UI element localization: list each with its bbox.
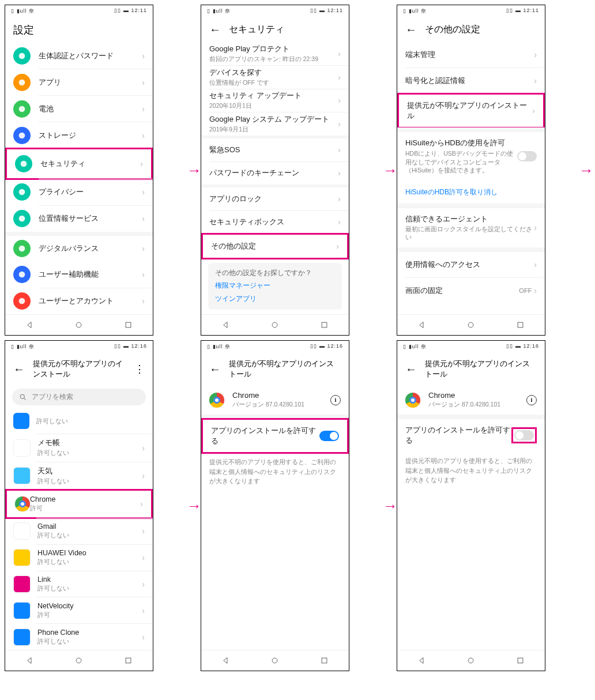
app-row[interactable]: NetVelocity許可 ›	[5, 597, 153, 623]
allow-install-row[interactable]: アプリのインストールを許可する	[203, 420, 347, 452]
settings-row-2[interactable]: 電池 ›	[5, 96, 153, 122]
nav-home-icon[interactable]	[270, 656, 279, 665]
security-row[interactable]: その他の設定 ›	[203, 235, 347, 258]
chevron-right-icon: ›	[338, 119, 341, 129]
page-title: 提供元が不明なアプリのインストール	[229, 359, 341, 379]
nav-recent-icon[interactable]	[320, 321, 329, 329]
hisuite-toggle[interactable]	[517, 151, 537, 161]
settings-row-8[interactable]: ユーザー補助機能 ›	[5, 262, 153, 288]
app-row[interactable]: Chrome許可 ›	[7, 491, 151, 517]
info-icon[interactable]: i	[330, 395, 341, 405]
search-icon	[19, 393, 27, 401]
suggestion-card: その他の設定をお探しですか？ 権限マネージャーツインアプリ	[208, 263, 342, 310]
app-row[interactable]: メモ帳許可しない ›	[5, 434, 153, 462]
security-row[interactable]: パスワードのキーチェーン ›	[201, 161, 349, 185]
settings-row-0[interactable]: 生体認証とパスワード ›	[5, 43, 153, 69]
nav-home-icon[interactable]	[74, 656, 83, 665]
page-title: 提供元が不明なアプリのインストール	[33, 359, 126, 379]
chrome-icon	[209, 393, 224, 408]
nav-home-icon[interactable]	[466, 321, 475, 329]
nav-recent-icon[interactable]	[124, 656, 133, 665]
nav-back-icon[interactable]	[25, 321, 34, 329]
settings-row-4[interactable]: セキュリティ ›	[7, 149, 151, 178]
page-title: その他の設定	[425, 24, 480, 36]
app-row[interactable]: Phone Clone許可しない ›	[5, 624, 153, 650]
allow-install-row[interactable]: アプリのインストールを許可する	[397, 419, 545, 451]
chevron-right-icon: ›	[142, 78, 145, 87]
security-row[interactable]: 緊急SOS ›	[201, 138, 349, 161]
chevron-right-icon: ›	[534, 76, 537, 85]
hisuite-row[interactable]: HiSuiteからHDBの使用を許可HDBにより、USBデバッグモードの使用なし…	[397, 132, 545, 180]
nav-bar[interactable]	[5, 314, 153, 335]
chevron-right-icon: ›	[142, 553, 145, 562]
nav-recent-icon[interactable]	[320, 656, 329, 665]
header: ← 提供元が不明なアプリのインストール	[201, 353, 349, 385]
nav-back-icon[interactable]	[221, 656, 230, 665]
nav-recent-icon[interactable]	[516, 656, 525, 665]
svg-point-8	[19, 272, 25, 278]
settings-row-9[interactable]: ユーザーとアカウント ›	[5, 288, 153, 314]
settings-row-1[interactable]: アプリ ›	[5, 69, 153, 95]
nav-home-icon[interactable]	[270, 321, 279, 329]
other-row[interactable]: 端末管理 ›	[397, 42, 545, 67]
status-bar: ▯ ▮ull 奈▯▯ ▬ 12:16	[201, 341, 349, 353]
nav-back-icon[interactable]	[417, 321, 426, 329]
nav-home-icon[interactable]	[466, 656, 475, 665]
screen-other-settings: ▯ ▮ull 奈▯▯ ▬ 12:11 ← その他の設定 端末管理 › 暗号化と認…	[397, 5, 545, 336]
svg-point-6	[19, 216, 25, 222]
nav-bar[interactable]	[201, 314, 349, 335]
chevron-right-icon: ›	[142, 296, 145, 306]
screen-chrome-allow-off: ▯ ▮ull 奈▯▯ ▬ 12:16 ← 提供元が不明なアプリのインストール C…	[397, 340, 545, 671]
app-row[interactable]: HUAWEI Video許可しない ›	[5, 545, 153, 571]
chevron-right-icon: ›	[140, 499, 143, 509]
security-row[interactable]: セキュリティボックス ›	[201, 210, 349, 234]
nav-recent-icon[interactable]	[124, 321, 133, 329]
settings-row-7[interactable]: デジタルバランス ›	[5, 236, 153, 262]
nav-back-icon[interactable]	[221, 321, 230, 329]
other-row[interactable]: 暗号化と認証情報 ›	[397, 68, 545, 93]
info-icon[interactable]: i	[526, 395, 537, 405]
suggestion-link[interactable]: 権限マネージャー	[215, 281, 335, 291]
settings-row-5[interactable]: プライバシー ›	[5, 179, 153, 205]
svg-point-22	[469, 658, 474, 663]
nav-home-icon[interactable]	[74, 321, 83, 329]
nav-bar[interactable]	[397, 314, 545, 335]
svg-point-2	[19, 106, 25, 112]
app-row[interactable]: Gmail許可しない ›	[5, 518, 153, 544]
nav-bar[interactable]	[5, 650, 153, 671]
back-icon[interactable]: ←	[13, 363, 25, 376]
settings-row-6[interactable]: 位置情報サービス ›	[5, 206, 153, 232]
nav-bar[interactable]	[397, 650, 545, 671]
suggestion-link[interactable]: ツインアプリ	[215, 294, 335, 304]
nav-back-icon[interactable]	[417, 656, 426, 665]
allow-toggle[interactable]	[319, 431, 339, 441]
security-row[interactable]: Google Play システム アップデート2019年9月1日 ›	[201, 112, 349, 136]
app-row[interactable]: 天気許可しない ›	[5, 462, 153, 490]
other-row[interactable]: 使用情報へのアクセス ›	[397, 252, 545, 277]
app-row-partial[interactable]: 許可しない	[5, 409, 153, 434]
back-icon[interactable]: ←	[405, 23, 417, 36]
status-bar: ▯ ▮ull 奈▯▯ ▬ 12:16	[397, 341, 545, 353]
nav-back-icon[interactable]	[25, 656, 34, 665]
nav-recent-icon[interactable]	[516, 321, 525, 329]
search-input[interactable]: アプリを検索	[12, 389, 146, 405]
chevron-right-icon: ›	[142, 579, 145, 589]
security-row[interactable]: アプリのロック ›	[201, 187, 349, 210]
svg-rect-13	[322, 322, 327, 328]
security-row[interactable]: Google Play プロテクト前回のアプリのスキャン: 昨日の 22:39 …	[201, 42, 349, 65]
more-icon[interactable]: ⋮	[134, 363, 145, 375]
hisuite-revoke[interactable]: HiSuiteのHDB許可を取り消し	[397, 180, 545, 204]
security-row[interactable]: デバイスを探す位置情報が OFF です ›	[201, 66, 349, 89]
svg-point-16	[20, 394, 24, 398]
nav-bar[interactable]	[201, 650, 349, 671]
other-row[interactable]: 提供元が不明なアプリのインストール ›	[399, 95, 543, 127]
security-row[interactable]: セキュリティ アップデート2020年10月1日 ›	[201, 89, 349, 112]
svg-point-9	[19, 298, 25, 304]
back-icon[interactable]: ←	[405, 363, 417, 376]
settings-row-3[interactable]: ストレージ ›	[5, 122, 153, 148]
back-icon[interactable]: ←	[209, 363, 221, 376]
back-icon[interactable]: ←	[209, 23, 221, 36]
allow-toggle[interactable]	[514, 430, 534, 441]
other-row[interactable]: 画面の固定 OFF ›	[397, 278, 545, 303]
app-row[interactable]: Link許可しない ›	[5, 571, 153, 597]
